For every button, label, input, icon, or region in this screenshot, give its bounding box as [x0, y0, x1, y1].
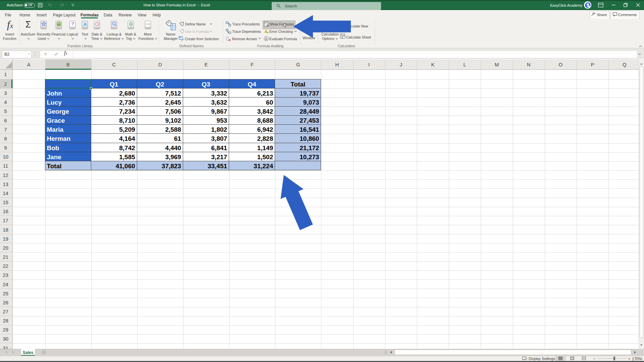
svg-text:fx: fx: [265, 37, 268, 41]
svg-text:fx: fx: [267, 24, 269, 27]
svg-text:A: A: [84, 22, 87, 27]
svg-text:?: ?: [71, 21, 74, 26]
